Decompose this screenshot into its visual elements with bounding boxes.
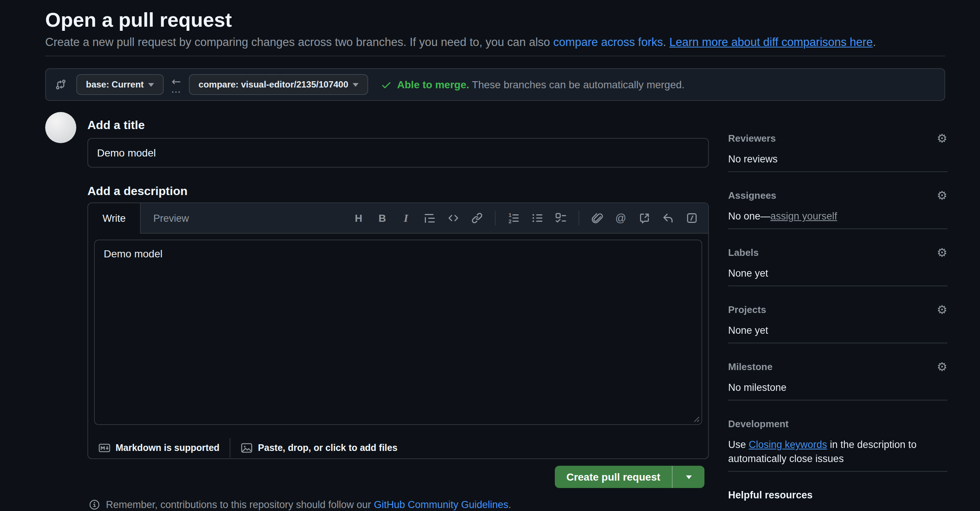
sidebar-section-development: Development Use Closing keywords in the … (728, 401, 947, 472)
markdown-supported-link[interactable]: Markdown is supported (99, 442, 220, 454)
labels-title: Labels (728, 247, 759, 259)
sidebar-section-labels: Labels⚙ None yet (728, 229, 947, 286)
slash-commands-icon[interactable] (686, 212, 698, 224)
pr-description-textarea[interactable]: Demo model (94, 240, 702, 425)
assignees-empty: No one— (728, 211, 770, 222)
editor-tab-bar: Write Preview H B I @ (88, 203, 708, 234)
reviewers-empty: No reviews (728, 152, 947, 166)
base-branch-selector[interactable]: base: Current (76, 74, 164, 95)
gear-icon[interactable]: ⚙ (937, 190, 947, 202)
create-pull-request-split-button: Create pull request (555, 466, 705, 488)
numbered-list-icon[interactable] (508, 212, 519, 224)
milestone-title: Milestone (728, 361, 773, 373)
base-branch-label: base: Current (86, 79, 144, 90)
merge-status-detail: These branches can be automatically merg… (469, 78, 685, 91)
info-icon (88, 498, 100, 510)
branch-direction-indicator: ← … (171, 77, 181, 93)
branch-compare-bar: base: Current ← … compare: visual-editor… (45, 68, 945, 101)
quote-icon[interactable] (424, 212, 436, 224)
reviewers-title: Reviewers (728, 133, 776, 145)
code-icon[interactable] (447, 212, 459, 224)
create-pull-request-button[interactable]: Create pull request (555, 466, 672, 488)
bold-icon[interactable]: B (376, 212, 388, 224)
editor-footer: Markdown is supported Paste, drop, or cl… (88, 431, 708, 465)
community-guidelines-link[interactable]: GitHub Community Guidelines (374, 499, 508, 510)
helpful-resources-title: Helpful resources (728, 490, 813, 501)
tab-write[interactable]: Write (88, 203, 141, 234)
markdown-toolbar: H B I @ (353, 211, 708, 225)
closing-keywords-link[interactable]: Closing keywords (749, 439, 827, 450)
tab-preview[interactable]: Preview (141, 203, 202, 233)
gear-icon[interactable]: ⚙ (937, 304, 947, 316)
description-heading: Add a description (88, 184, 188, 199)
gear-icon[interactable]: ⚙ (937, 247, 947, 259)
chevron-down-icon (353, 83, 358, 86)
page-subtitle: Create a new pull request by comparing c… (45, 34, 876, 50)
assign-yourself-link[interactable]: assign yourself (770, 211, 837, 222)
cross-reference-icon[interactable] (638, 212, 651, 224)
compare-branch-label: compare: visual-editor/2135/107400 (199, 79, 348, 90)
editor-body: Demo model (88, 234, 708, 431)
compare-across-forks-link[interactable]: compare across forks (553, 35, 663, 48)
gear-icon[interactable]: ⚙ (937, 361, 947, 373)
contribution-note: Remember, contributions to this reposito… (88, 498, 511, 510)
saved-replies-icon[interactable] (662, 212, 674, 224)
heading-icon[interactable]: H (353, 212, 364, 224)
attach-file-icon[interactable] (591, 212, 603, 224)
check-icon (380, 78, 392, 91)
markdown-note: Markdown is supported (116, 443, 220, 453)
subtitle-period: . (873, 35, 876, 48)
assignees-title: Assignees (728, 190, 776, 202)
sidebar-section-assignees: Assignees⚙ No one—assign yourself (728, 172, 947, 229)
note-period: . (509, 499, 511, 510)
description-editor: Write Preview H B I @ De (88, 203, 709, 459)
resize-handle[interactable] (691, 414, 700, 423)
toolbar-divider (579, 211, 579, 225)
task-list-icon[interactable] (555, 212, 567, 224)
development-text: Use (728, 439, 749, 450)
page-title: Open a pull request (45, 7, 232, 33)
sidebar: Reviewers⚙ No reviews Assignees⚙ No one—… (728, 133, 947, 511)
gear-icon[interactable]: ⚙ (937, 133, 947, 145)
chevron-down-icon (686, 475, 692, 479)
development-title: Development (728, 418, 789, 430)
mention-icon[interactable]: @ (615, 212, 627, 224)
pr-title-input[interactable] (88, 138, 709, 168)
footer-divider (230, 438, 231, 458)
merge-status-ok: Able to merge. (397, 78, 469, 91)
image-icon (241, 442, 253, 454)
bulleted-list-icon[interactable] (531, 212, 543, 224)
create-options-dropdown[interactable] (672, 466, 705, 488)
note-text: Remember, contributions to this reposito… (106, 499, 374, 510)
title-heading: Add a title (88, 118, 145, 133)
header-divider (45, 56, 945, 56)
loading-dots: … (171, 87, 181, 93)
projects-title: Projects (728, 304, 766, 316)
attach-note: Paste, drop, or click to add files (258, 443, 398, 453)
milestone-empty: No milestone (728, 380, 947, 394)
labels-empty: None yet (728, 266, 947, 280)
merge-status: Able to merge. These branches can be aut… (380, 78, 684, 91)
diff-comparisons-link[interactable]: Learn more about diff comparisons here (669, 35, 873, 48)
link-icon[interactable] (471, 212, 483, 224)
toolbar-divider (495, 211, 496, 225)
sidebar-section-projects: Projects⚙ None yet (728, 286, 947, 343)
avatar (45, 112, 76, 143)
projects-empty: None yet (728, 323, 947, 337)
git-compare-icon (55, 78, 67, 91)
sidebar-section-milestone: Milestone⚙ No milestone (728, 343, 947, 401)
subtitle-separator: . (663, 35, 669, 48)
pr-compose-page: Open a pull request Create a new pull re… (0, 0, 980, 511)
sidebar-section-reviewers: Reviewers⚙ No reviews (728, 133, 947, 172)
sidebar-section-helpful-resources: Helpful resources GitHub Community Guide… (728, 472, 947, 511)
attach-files-button[interactable]: Paste, drop, or click to add files (241, 442, 398, 454)
chevron-down-icon (148, 83, 154, 86)
subtitle-text: Create a new pull request by comparing c… (45, 35, 553, 48)
markdown-icon (99, 442, 110, 454)
italic-icon[interactable]: I (400, 212, 412, 224)
compare-branch-selector[interactable]: compare: visual-editor/2135/107400 (189, 74, 368, 95)
